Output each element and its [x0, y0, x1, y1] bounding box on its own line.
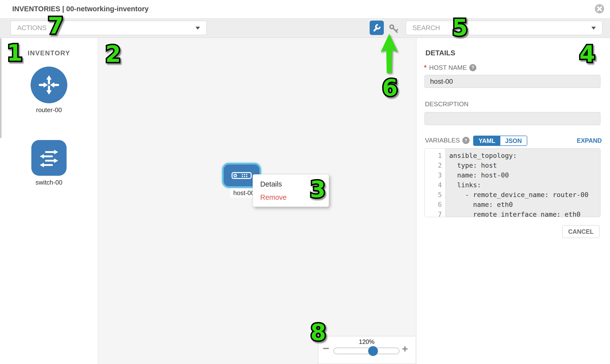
app-window: INVENTORIES | 00-networking-inventory AC…	[0, 0, 610, 364]
line-text: - remote_device_name: router-00	[446, 191, 588, 198]
node-context-menu: Details Remove	[253, 174, 329, 207]
code-line: 4 links:	[425, 180, 600, 190]
description-label: DESCRIPTION	[425, 100, 468, 108]
code-line: 6 name: eth0	[425, 199, 600, 209]
actions-dropdown[interactable]: ACTIONS	[11, 21, 207, 35]
wrench-icon	[372, 23, 382, 33]
palette-item-switch[interactable]: switch-00	[0, 140, 98, 186]
host-name-label-row: * HOST NAME ?	[424, 64, 476, 71]
close-icon[interactable]	[595, 4, 604, 13]
line-text: type: host	[446, 162, 497, 169]
palette-item-router[interactable]: router-00	[0, 66, 98, 114]
line-text: ansible_topology:	[446, 152, 517, 159]
line-number: 2	[425, 162, 446, 169]
line-text: name: host-00	[446, 171, 509, 179]
host-name-input[interactable]	[425, 75, 600, 88]
variables-label: VARIABLES	[425, 137, 460, 144]
zoom-level: 120%	[318, 338, 415, 345]
line-number: 6	[425, 201, 446, 208]
line-text: links:	[446, 181, 481, 189]
expand-link[interactable]: EXPAND	[577, 137, 602, 144]
editor-code: 1 ansible_topology: 2 type: host 3 name:…	[425, 151, 600, 217]
chevron-down-icon	[195, 27, 200, 30]
configure-button[interactable]	[370, 21, 384, 35]
sidebar-heading: INVENTORY	[0, 50, 98, 57]
palette-item-label: router-00	[36, 106, 62, 114]
line-text: name: eth0	[446, 201, 513, 208]
x-glyph	[597, 6, 602, 12]
switch-icon	[31, 140, 66, 176]
line-number: 3	[425, 171, 446, 179]
required-marker: *	[424, 64, 427, 71]
inventory-sidebar: INVENTORY router-00	[0, 38, 98, 364]
variables-format-toggle: YAML JSON	[473, 136, 527, 146]
line-number: 5	[425, 191, 446, 198]
host-name-label: HOST NAME	[429, 64, 467, 71]
menu-item-details[interactable]: Details	[253, 178, 329, 191]
title-bar: INVENTORIES | 00-networking-inventory	[0, 0, 610, 18]
palette-item-label: switch-00	[36, 179, 62, 186]
menu-item-remove[interactable]: Remove	[253, 191, 329, 204]
router-icon	[31, 66, 67, 103]
variables-label-row: VARIABLES ?	[425, 137, 469, 144]
details-heading: DETAILS	[426, 49, 455, 57]
topology-canvas[interactable]: host-00 Details Remove 120% − +	[98, 38, 416, 364]
description-input[interactable]	[425, 112, 600, 125]
zoom-out-button[interactable]: −	[323, 343, 329, 354]
zoom-slider[interactable]	[333, 348, 400, 354]
code-line: 2 type: host	[425, 160, 600, 170]
line-number: 4	[425, 181, 446, 189]
help-icon[interactable]: ?	[469, 64, 476, 71]
help-icon[interactable]: ?	[462, 137, 469, 144]
zoom-in-button[interactable]: +	[402, 343, 408, 354]
cancel-button[interactable]: CANCEL	[562, 225, 599, 238]
code-line: 7 remote_interface_name: eth0	[425, 209, 600, 217]
key-button[interactable]	[388, 24, 400, 34]
toolbar: ACTIONS SEARCH	[0, 18, 610, 38]
host-icon	[232, 172, 252, 179]
search-dropdown[interactable]: SEARCH	[406, 21, 602, 35]
code-line: 3 name: host-00	[425, 170, 600, 180]
zoom-widget: 120% − +	[318, 336, 415, 364]
key-icon	[388, 24, 400, 34]
code-line: 5 - remote_device_name: router-00	[425, 190, 600, 199]
line-number: 7	[425, 210, 446, 217]
details-panel: DETAILS * HOST NAME ? DESCRIPTION VARIAB…	[417, 38, 610, 364]
line-text: remote_interface_name: eth0	[446, 210, 580, 217]
breadcrumb: INVENTORIES | 00-networking-inventory	[12, 5, 149, 13]
code-line: 1 ansible_topology:	[425, 151, 600, 160]
search-dropdown-placeholder: SEARCH	[413, 24, 440, 32]
variables-editor[interactable]: 1 ansible_topology: 2 type: host 3 name:…	[425, 148, 600, 217]
chevron-down-icon	[591, 27, 596, 30]
tab-yaml[interactable]: YAML	[474, 136, 500, 145]
tab-json[interactable]: JSON	[500, 136, 527, 145]
line-number: 1	[425, 152, 446, 159]
actions-dropdown-placeholder: ACTIONS	[17, 24, 47, 32]
zoom-slider-thumb[interactable]	[368, 346, 378, 356]
description-label-row: DESCRIPTION	[425, 100, 468, 108]
